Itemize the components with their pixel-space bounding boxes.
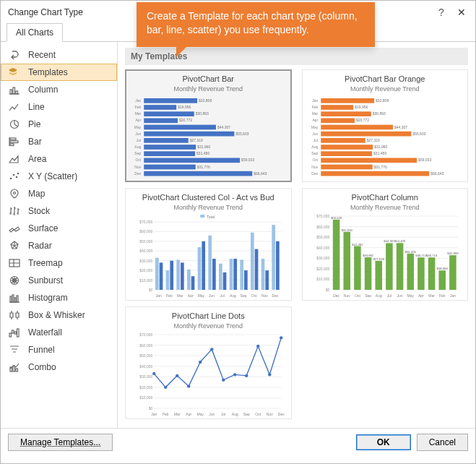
svg-rect-4 [10, 138, 16, 140]
svg-rect-168 [332, 220, 339, 290]
cancel-button[interactable]: Cancel [417, 434, 468, 451]
sidebar-item-area[interactable]: Area [1, 150, 117, 168]
sidebar-item-waterfall[interactable]: Waterfall [1, 324, 117, 341]
svg-text:$19,956: $19,956 [178, 105, 191, 109]
svg-rect-16 [12, 295, 14, 302]
sidebar-item-funnel[interactable]: Funnel [1, 341, 117, 358]
svg-text:$27,319: $27,319 [190, 138, 203, 142]
svg-text:Dec: Dec [311, 171, 318, 176]
template-subtitle: Monthly Revenue Trend [306, 204, 465, 213]
template-bar-horiz0[interactable]: PivotChart BarMonthly Revenue TrendJan$3… [125, 69, 292, 182]
sidebar-item-label: Templates [28, 67, 68, 77]
svg-text:$41,482: $41,482 [352, 243, 363, 246]
svg-rect-189 [407, 254, 414, 290]
svg-rect-126 [191, 276, 195, 290]
svg-point-8 [13, 174, 15, 176]
svg-text:$30,713: $30,713 [426, 254, 438, 257]
sidebar-item-scatter[interactable]: X Y (Scatter) [1, 168, 117, 185]
template-title: PivotChart Bar [129, 73, 288, 85]
svg-rect-0 [10, 90, 12, 94]
svg-text:Nov: Nov [343, 293, 350, 298]
svg-text:Jan: Jan [151, 412, 157, 416]
svg-rect-6 [10, 144, 14, 146]
svg-text:Aug: Aug [375, 293, 381, 298]
svg-text:Oct: Oct [255, 412, 261, 416]
sidebar-item-line[interactable]: Line [1, 98, 117, 116]
callout-tip: Create a Template for each chart type (c… [137, 2, 375, 47]
sidebar-item-column[interactable]: Column [1, 81, 117, 98]
svg-rect-146 [261, 259, 265, 290]
svg-rect-120 [170, 261, 173, 290]
template-title: PivotChart Bar Orange [306, 73, 465, 85]
radar-icon [8, 240, 21, 252]
svg-text:$20,000: $20,000 [139, 385, 152, 390]
ok-button[interactable]: OK [356, 434, 411, 450]
svg-rect-48 [144, 145, 196, 150]
svg-text:$20,000: $20,000 [139, 268, 152, 272]
template-line4[interactable]: PivotChart Line DotsMonthly Revenue Tren… [125, 306, 292, 419]
template-subtitle: Monthly Revenue Trend [129, 85, 288, 95]
tab-all-charts[interactable]: All Charts [7, 23, 63, 42]
template-bar-horiz1[interactable]: PivotChart Bar OrangeMonthly Revenue Tre… [302, 69, 469, 182]
svg-rect-42 [144, 132, 234, 137]
sidebar-item-treemap[interactable]: Treemap [1, 254, 117, 272]
svg-rect-129 [202, 241, 205, 290]
sidebar-item-label: Map [28, 189, 45, 199]
svg-rect-84 [321, 145, 373, 150]
svg-point-7 [10, 178, 12, 180]
sidebar-item-map[interactable]: Map [1, 185, 117, 202]
svg-text:$27,518: $27,518 [373, 257, 384, 261]
sidebar-item-templates[interactable]: Templates [1, 64, 117, 81]
svg-rect-36 [144, 119, 178, 124]
sidebar-item-sunburst[interactable]: Sunburst [1, 272, 117, 289]
area-icon [8, 153, 21, 165]
svg-text:Dec: Dec [333, 293, 339, 298]
svg-text:Nov: Nov [261, 293, 268, 298]
svg-text:$32,808: $32,808 [199, 98, 212, 103]
svg-rect-27 [144, 98, 197, 103]
svg-text:$20,772: $20,772 [179, 118, 192, 122]
close-button[interactable]: ✕ [455, 7, 468, 18]
template-subtitle: Monthly Revenue Trend [129, 322, 288, 332]
sidebar-item-label: Surface [28, 223, 58, 233]
svg-text:Sep: Sep [243, 412, 250, 416]
sidebar-item-pie[interactable]: Pie [1, 116, 117, 133]
svg-text:Sep: Sep [311, 151, 318, 155]
svg-rect-171 [343, 232, 350, 290]
svg-text:$70,000: $70,000 [316, 214, 329, 218]
svg-text:$30,893: $30,893 [372, 111, 385, 116]
sidebar-item-recent[interactable]: Recent [1, 46, 117, 64]
sidebar-item-combo[interactable]: Combo [1, 358, 117, 376]
sidebar-item-surface[interactable]: Surface [1, 220, 117, 237]
svg-rect-20 [12, 330, 14, 333]
svg-text:Dec: Dec [134, 171, 141, 176]
svg-rect-96 [321, 171, 429, 176]
svg-text:Total: Total [207, 215, 215, 219]
template-clustered-col2[interactable]: PivotChart Clustered Col - Act vs BudMon… [125, 188, 292, 301]
scatter-icon [8, 171, 21, 182]
sidebar-item-label: Treemap [28, 258, 63, 268]
manage-templates-button[interactable]: Manage Templates... [8, 434, 113, 451]
svg-text:May: May [407, 293, 414, 298]
svg-text:Apr: Apr [188, 293, 194, 298]
svg-point-10 [17, 173, 20, 175]
sidebar-item-stock[interactable]: Stock [1, 202, 117, 220]
sidebar-item-bar[interactable]: Bar [1, 133, 117, 150]
sidebar-item-boxwhisker[interactable]: Box & Whisker [1, 306, 117, 324]
sidebar-item-radar[interactable]: Radar [1, 237, 117, 254]
template-column3[interactable]: PivotChart ColumnMonthly Revenue Trend$0… [302, 188, 469, 301]
svg-rect-87 [321, 151, 372, 156]
svg-rect-119 [166, 270, 170, 290]
svg-text:Jun: Jun [209, 412, 215, 416]
dialog-footer: Manage Templates... OK Cancel [1, 428, 475, 456]
svg-rect-150 [276, 241, 280, 290]
help-button[interactable]: ? [435, 7, 448, 18]
svg-point-9 [16, 176, 18, 179]
sidebar-item-histogram[interactable]: Histogram [1, 289, 117, 306]
svg-text:Feb: Feb [438, 293, 445, 298]
svg-rect-117 [160, 262, 163, 290]
svg-text:Dec: Dec [272, 293, 279, 298]
svg-text:$20,000: $20,000 [316, 267, 329, 271]
bar-icon [8, 136, 21, 147]
svg-rect-98 [200, 215, 204, 218]
